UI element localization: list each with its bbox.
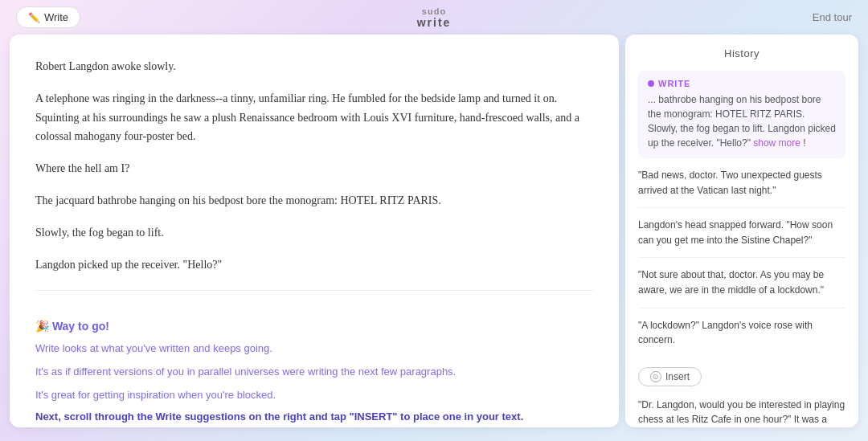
editor-content[interactable]: Robert Langdon awoke slowly. A telephone… (35, 57, 593, 274)
suggestion-3-text: "Not sure about that, doctor. As you may… (638, 269, 824, 296)
tutorial-line-1: Write looks at what you've written and k… (35, 341, 593, 357)
editor-panel: Robert Langdon awoke slowly. A telephone… (10, 35, 619, 427)
suggestion-5: "Dr. Langdon, would you be interested in… (638, 398, 845, 427)
app-logo: sudo write (417, 6, 452, 29)
write-label-row: WRITE (648, 79, 836, 88)
tutorial-title: 🎉 Way to go! (35, 320, 593, 333)
history-title: History (638, 47, 845, 59)
suggestion-1-text: "Bad news, doctor. Two unexpected guests… (638, 169, 822, 196)
paragraph-1: Robert Langdon awoke slowly. (35, 57, 593, 76)
paragraph-3: Where the hell am I? (35, 159, 593, 178)
suggestion-2-text: Langdon's head snapped forward. "How soo… (638, 219, 833, 246)
write-button[interactable]: ✏️ Write (16, 6, 80, 28)
tutorial-line-3: It's great for getting inspiration when … (35, 387, 593, 404)
tutorial-line-4: Next, scroll through the Write suggestio… (35, 410, 593, 423)
suggestion-4: "A lockdown?" Langdon's voice rose with … (638, 318, 845, 357)
insert-circle-icon: ⊙ (650, 371, 661, 382)
suggestion-2: Langdon's head snapped forward. "How soo… (638, 218, 845, 258)
insert-button-1[interactable]: ⊙ Insert (638, 367, 702, 386)
tutorial-box: 🎉 Way to go! Write looks at what you've … (35, 307, 593, 422)
insert-button-1-label: Insert (665, 371, 690, 382)
paragraph-2: A telephone was ringing in the darkness-… (35, 89, 593, 146)
paragraph-4: The jacquard bathrobe hanging on his bed… (35, 191, 593, 210)
tutorial-line-2: It's as if different versions of you in … (35, 364, 593, 381)
logo-write: write (417, 16, 452, 29)
write-label-text: WRITE (658, 79, 690, 88)
editor-divider (35, 290, 593, 291)
suggestion-4-text: "A lockdown?" Langdon's voice rose with … (638, 320, 813, 346)
show-more-punctuation: ! (803, 137, 805, 149)
suggestion-5-text: "Dr. Langdon, would you be interested in… (638, 399, 845, 427)
suggestion-1: "Bad news, doctor. Two unexpected guests… (638, 168, 845, 208)
history-write-block: WRITE ... bathrobe hanging on his bedpos… (638, 71, 845, 158)
history-panel: History WRITE ... bathrobe hanging on hi… (625, 35, 858, 427)
show-more-link[interactable]: show more (753, 137, 800, 149)
end-tour-button[interactable]: End tour (813, 11, 852, 23)
pencil-icon: ✏️ (28, 12, 40, 23)
suggestion-4-with-insert: "A lockdown?" Langdon's voice rose with … (638, 318, 845, 386)
logo-sudo: sudo (422, 6, 446, 16)
paragraph-6: Langdon picked up the receiver. "Hello?" (35, 255, 593, 275)
paragraph-5: Slowly, the fog began to lift. (35, 223, 593, 243)
write-button-label: Write (44, 11, 68, 23)
suggestion-3: "Not sure about that, doctor. As you may… (638, 267, 845, 308)
write-block-text: ... bathrobe hanging on his bedpost bore… (648, 94, 836, 149)
write-block-content: ... bathrobe hanging on his bedpost bore… (648, 92, 836, 150)
write-dot (648, 80, 654, 87)
